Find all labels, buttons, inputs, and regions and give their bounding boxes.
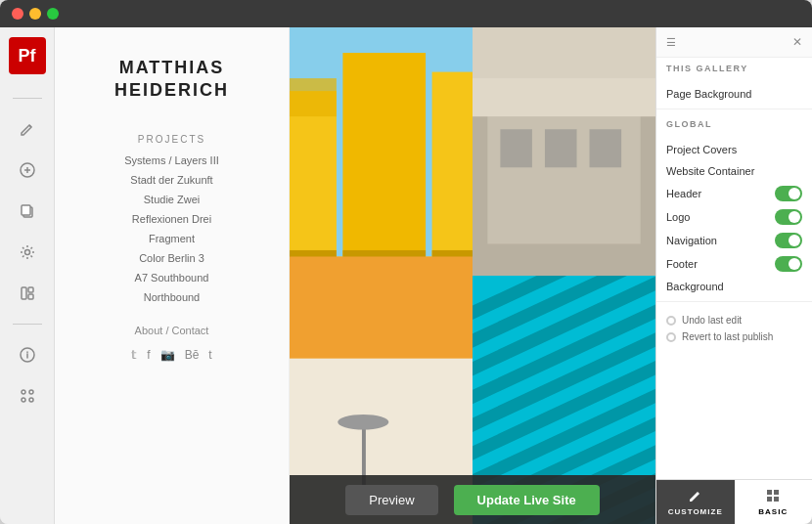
preview-button[interactable]: Preview	[345, 485, 437, 515]
footer-toggle[interactable]	[775, 256, 802, 272]
nav-link-4[interactable]: Reflexionen Drei	[132, 211, 211, 227]
project-covers-item[interactable]: Project Covers	[656, 139, 812, 160]
nav-link-3[interactable]: Studie Zwei	[144, 192, 200, 207]
footer-label: Footer	[666, 258, 698, 270]
logo-label: Logo	[666, 211, 690, 223]
background-label: Background	[666, 281, 724, 292]
undo-radio-row: Undo last edit	[666, 312, 802, 328]
svg-rect-31	[473, 27, 655, 78]
tumblr-icon[interactable]: t	[208, 348, 211, 362]
website-preview: MATTHIASHEIDERICH PROJECTS Systems / Lay…	[55, 27, 812, 524]
basic-tab-label: BASIC	[758, 507, 788, 516]
navigation-row: Navigation	[656, 229, 812, 252]
bottom-action-bar: Preview Update Live Site	[290, 475, 655, 524]
pencil-tab-icon	[688, 488, 703, 503]
author-name: MATTHIASHEIDERICH	[114, 57, 229, 103]
undo-label: Undo last edit	[682, 315, 742, 326]
svg-point-23	[338, 415, 388, 430]
twitter-icon[interactable]: 𝕥	[131, 348, 137, 362]
header-row: Header	[656, 182, 812, 205]
customize-tab[interactable]: CUSTOMIZE	[656, 480, 735, 524]
svg-point-8	[22, 390, 25, 394]
navigation-label: Navigation	[666, 235, 717, 246]
logo-toggle[interactable]	[775, 209, 802, 225]
footer-row: Footer	[656, 252, 812, 276]
logo-row: Logo	[656, 205, 812, 229]
this-gallery-section: THIS GALLERY	[656, 58, 812, 83]
panel-divider-1	[656, 109, 812, 109]
website-container-item[interactable]: Website Container	[656, 160, 812, 182]
panel-tabs: CUSTOMIZE BASIC	[656, 479, 812, 524]
page-background-item[interactable]: Page Background	[656, 83, 812, 105]
nav-link-6[interactable]: Color Berlin 3	[139, 250, 204, 266]
social-links: 𝕥 f 📷 Bē t	[131, 348, 211, 362]
nav-link-5[interactable]: Fragment	[149, 231, 195, 246]
navigation-toggle[interactable]	[775, 233, 802, 248]
undo-radio[interactable]	[666, 316, 676, 326]
close-button[interactable]	[12, 8, 23, 20]
main-area: Pf	[0, 27, 812, 524]
behance-icon[interactable]: Bē	[185, 348, 200, 362]
background-item[interactable]: Background	[656, 276, 812, 297]
panel-divider-2	[656, 301, 812, 302]
info-icon[interactable]	[17, 344, 38, 366]
svg-rect-5	[28, 287, 33, 292]
facebook-icon[interactable]: f	[147, 348, 150, 362]
site-nav: MATTHIASHEIDERICH PROJECTS Systems / Lay…	[55, 27, 290, 524]
svg-rect-48	[774, 497, 779, 502]
instagram-icon[interactable]: 📷	[160, 348, 175, 362]
plus-icon[interactable]	[17, 159, 38, 181]
svg-rect-47	[767, 497, 772, 502]
toolbar-divider-1	[13, 98, 42, 99]
nav-link-2[interactable]: Stadt der Zukunft	[130, 172, 212, 188]
left-toolbar: Pf	[0, 27, 55, 524]
svg-point-11	[29, 398, 33, 402]
basic-tab-icon	[765, 488, 781, 503]
svg-rect-29	[545, 129, 577, 167]
site-nav-links: Systems / Layers III Stadt der Zukunft S…	[74, 153, 269, 305]
nav-link-7[interactable]: A7 Southbound	[135, 270, 209, 285]
update-live-site-button[interactable]: Update Live Site	[454, 485, 600, 515]
site-content-grid: Preview Update Live Site	[290, 27, 655, 524]
nav-link-1[interactable]: Systems / Layers III	[124, 153, 219, 168]
header-label: Header	[666, 188, 701, 199]
architecture-bw-image	[473, 27, 655, 276]
basic-tab[interactable]: BASIC	[735, 480, 813, 524]
global-title: GLOBAL	[666, 119, 802, 129]
main-window: Pf	[0, 0, 812, 524]
svg-point-10	[22, 398, 25, 402]
svg-point-9	[29, 390, 33, 394]
customize-tab-label: CUSTOMIZE	[668, 507, 723, 516]
svg-rect-30	[590, 129, 622, 167]
toolbar-divider-2	[13, 324, 42, 325]
minimize-button[interactable]	[29, 8, 41, 20]
svg-rect-15	[342, 53, 426, 256]
revert-label: Revert to last publish	[682, 331, 773, 342]
maximize-button[interactable]	[47, 8, 59, 20]
revert-radio-row: Revert to last publish	[666, 328, 802, 345]
right-panel: ☰ ✕ THIS GALLERY Page Background GLOBAL …	[655, 27, 812, 524]
layout-icon[interactable]	[17, 283, 38, 304]
svg-rect-2	[22, 205, 30, 215]
panel-header: ☰ ✕	[656, 27, 812, 58]
pencil-icon[interactable]	[17, 118, 38, 140]
svg-rect-46	[774, 490, 779, 495]
svg-rect-4	[22, 287, 26, 299]
about-link[interactable]: About / Contact	[135, 325, 209, 336]
hamburger-icon[interactable]: ☰	[666, 36, 676, 49]
apps-icon[interactable]	[17, 385, 38, 407]
projects-section-title: PROJECTS	[138, 134, 205, 145]
gear-icon[interactable]	[17, 241, 38, 263]
revert-radio[interactable]	[666, 332, 676, 342]
site-author: MATTHIASHEIDERICH	[114, 57, 229, 103]
close-panel-icon[interactable]: ✕	[792, 35, 802, 49]
copy-icon[interactable]	[17, 200, 38, 222]
svg-rect-14	[290, 78, 337, 116]
yellow-building-image	[290, 27, 473, 524]
app-logo: Pf	[9, 37, 46, 74]
nav-link-8[interactable]: Northbound	[144, 289, 201, 305]
radio-section: Undo last edit Revert to last publish	[656, 306, 812, 351]
header-toggle[interactable]	[775, 186, 802, 201]
this-gallery-title: THIS GALLERY	[666, 64, 802, 73]
panel-header-icons: ☰	[666, 36, 676, 49]
